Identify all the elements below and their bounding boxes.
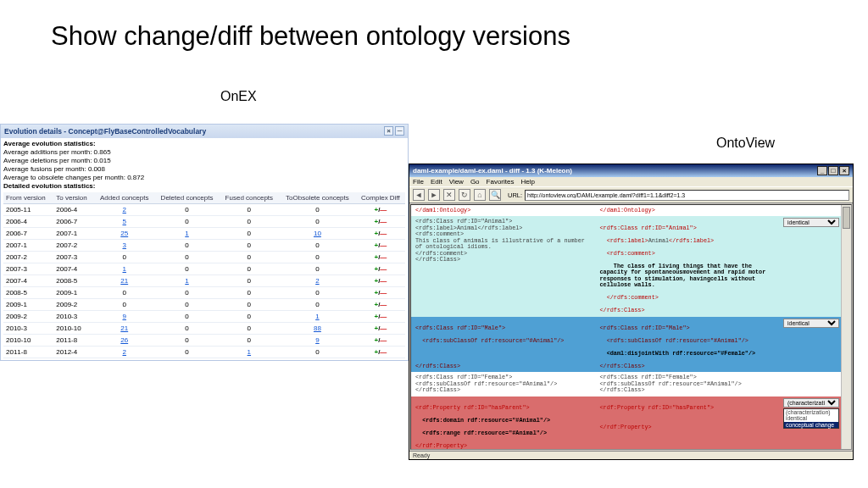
table-row: 2007-42008-521102+/—: [3, 275, 405, 287]
diff-left: </daml:Ontology>: [413, 207, 598, 214]
table-row: 2010-102011-826009+/—: [3, 335, 405, 347]
menu-edit[interactable]: Edit: [431, 178, 442, 186]
col-diff[interactable]: Complex Diff: [356, 192, 405, 204]
search-icon[interactable]: 🔍: [489, 189, 501, 201]
status-bar: Ready: [409, 451, 853, 459]
change-select[interactable]: identical: [783, 319, 839, 328]
evolution-table: From version To version Added concepts D…: [3, 192, 405, 358]
table-row: 2006-72007-1251010+/—: [3, 228, 405, 240]
minus-icon[interactable]: —: [380, 324, 387, 332]
value-link[interactable]: 21: [120, 324, 128, 332]
table-row: 2005-112006-42000+/—: [3, 204, 405, 216]
menu-view[interactable]: View: [449, 178, 464, 186]
onex-window-title: Evolution details - Concept@FlyBaseContr…: [4, 127, 206, 136]
close-button[interactable]: ×: [839, 166, 849, 175]
value-link[interactable]: 1: [122, 265, 125, 273]
col-to[interactable]: To version: [53, 192, 94, 204]
value-link[interactable]: 3: [122, 241, 125, 249]
change-select[interactable]: identical: [783, 218, 839, 227]
table-row: 2007-22007-30000+/—: [3, 252, 405, 263]
menu-file[interactable]: File: [413, 178, 424, 186]
table-row: 2009-12009-20000+/—: [3, 299, 405, 311]
diff-left: <rdf:Property rdf:ID="hasParent"> <rdfs:…: [413, 398, 598, 450]
ov-menubar: File Edit View Go Favorites Help: [409, 177, 853, 186]
scroll-thumb[interactable]: [843, 207, 850, 229]
ov-content: </daml:Ontology> </daml:Ontology> <rdfs:…: [410, 204, 852, 450]
table-row: 2007-12007-23000+/—: [3, 240, 405, 252]
value-link[interactable]: 1: [248, 348, 251, 356]
label-ontoview: OntoView: [716, 136, 775, 151]
value-link[interactable]: 88: [314, 324, 321, 332]
value-link[interactable]: 9: [315, 336, 319, 344]
minus-icon[interactable]: —: [380, 265, 387, 273]
onex-panel: Evolution details - Concept@FlyBaseContr…: [0, 124, 409, 361]
menu-go[interactable]: Go: [470, 178, 480, 186]
minimize-button[interactable]: ×: [384, 126, 393, 136]
value-link[interactable]: 9: [122, 313, 125, 320]
label-onex: OnEX: [220, 89, 257, 104]
value-link[interactable]: 2: [315, 277, 319, 285]
diff-left: <rdfs:Class rdf:ID="Animal"> <rdfs:label…: [413, 218, 598, 314]
value-link[interactable]: 1: [315, 313, 319, 320]
diff-right: <rdfs:Class rdf:ID="Animal"> <rdfs:label…: [598, 218, 782, 314]
url-field[interactable]: [525, 190, 849, 201]
value-link[interactable]: 1: [185, 230, 188, 237]
diff-right: <rdfs:Class rdf:ID="Female"> <rdfs:subCl…: [598, 374, 782, 394]
diff-right: <rdfs:Class rdf:ID="Male"> <rdfs:subClas…: [598, 319, 782, 371]
stats-line: Average to obsolete changes per month: 0…: [3, 174, 144, 181]
menu-fav[interactable]: Favorites: [487, 178, 515, 186]
stats-line: Average fusions per month: 0.008: [3, 165, 105, 173]
change-dropdown-list[interactable]: (characterization) identical conceptual …: [783, 408, 839, 429]
minus-icon[interactable]: —: [380, 313, 387, 320]
stats-line: Average deletions per month: 0.015: [3, 157, 111, 164]
value-link[interactable]: 2: [122, 206, 125, 214]
value-link[interactable]: 26: [120, 336, 128, 344]
minus-icon[interactable]: —: [380, 301, 387, 308]
value-link[interactable]: 10: [314, 230, 321, 237]
ov-titlebar: daml-example/daml-ex.daml - diff - 1.3 (…: [409, 164, 853, 177]
col-added[interactable]: Added concepts: [94, 192, 154, 204]
home-icon[interactable]: ⌂: [474, 189, 486, 201]
value-link[interactable]: 5: [122, 218, 125, 225]
minus-icon[interactable]: —: [380, 253, 387, 261]
onex-titlebar: Evolution details - Concept@FlyBaseContr…: [1, 125, 408, 138]
change-select[interactable]: (characterization): [783, 398, 839, 408]
stop-icon[interactable]: ✕: [443, 189, 455, 201]
menu-help[interactable]: Help: [520, 178, 534, 186]
minus-icon[interactable]: —: [380, 336, 387, 344]
minus-icon[interactable]: —: [380, 206, 387, 214]
minus-icon[interactable]: —: [380, 241, 387, 249]
reload-icon[interactable]: ↻: [459, 189, 470, 201]
detail-header: Detailed evolution statistics:: [3, 182, 95, 190]
minus-icon[interactable]: —: [380, 218, 387, 225]
maximize-button[interactable]: ─: [395, 126, 404, 136]
table-row: 2009-22010-39001+/—: [3, 311, 405, 323]
onex-body: Average evolution statistics: Average ad…: [1, 138, 408, 360]
value-link[interactable]: 21: [120, 277, 128, 285]
value-link[interactable]: 2: [122, 348, 125, 356]
value-link[interactable]: 25: [120, 230, 128, 237]
col-from[interactable]: From version: [3, 192, 53, 204]
diff-right: <rdf:Property rdf:ID="hasParent"> </rdf:…: [598, 398, 782, 450]
col-fused[interactable]: Fused concepts: [220, 192, 279, 204]
ov-toolbar: ◄ ► ✕ ↻ ⌂ 🔍 URL:: [409, 186, 853, 203]
url-label: URL:: [508, 191, 522, 199]
table-row: 2006-42006-75000+/—: [3, 216, 405, 228]
stats-line: Average additions per month: 0.865: [3, 148, 111, 156]
minus-icon[interactable]: —: [380, 230, 387, 237]
diff-left: <rdfs:Class rdf:ID="Male"> <rdfs:subClas…: [413, 319, 598, 371]
maximize-button[interactable]: □: [828, 166, 838, 175]
minus-icon[interactable]: —: [380, 277, 387, 285]
scrollbar[interactable]: [841, 205, 851, 449]
minus-icon[interactable]: —: [380, 289, 387, 297]
nav-fwd-icon[interactable]: ►: [428, 189, 440, 201]
col-obs[interactable]: ToObsolete concepts: [279, 192, 356, 204]
page-title: Show change/diff between ontology versio…: [0, 0, 868, 52]
minimize-button[interactable]: _: [817, 166, 827, 175]
value-link[interactable]: 1: [185, 277, 188, 285]
col-deleted[interactable]: Deleted concepts: [154, 192, 219, 204]
diff-right: </daml:Ontology>: [598, 207, 782, 214]
table-row: 2011-82012-42010+/—: [3, 347, 405, 358]
minus-icon[interactable]: —: [380, 348, 387, 356]
nav-back-icon[interactable]: ◄: [413, 189, 425, 201]
